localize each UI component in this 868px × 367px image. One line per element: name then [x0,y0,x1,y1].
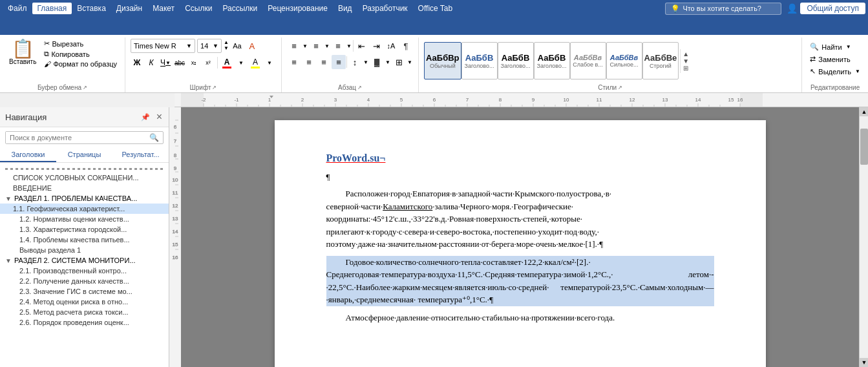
numbered-list-dropdown[interactable]: ▼ [324,39,330,53]
nav-tab-results[interactable]: Результат... [112,148,169,162]
style-strict[interactable]: АаБбВе Строгий [642,42,679,79]
copy-button[interactable]: ⧉ Копировать [41,49,120,59]
borders-dropdown[interactable]: ▼ [407,55,413,69]
shading-dropdown[interactable]: ▼ [385,55,391,69]
align-center-button[interactable]: ≡ [302,55,316,69]
styles-scroll-up[interactable]: ▲ [681,50,691,58]
menu-view[interactable]: Вид [333,3,357,14]
style-heading1[interactable]: АаБбВ Заголово... [461,42,498,79]
tree-item-section1[interactable]: ▼ РАЗДЕЛ 1. ПРОБЛЕМЫ КАЧЕСТВА... [0,193,169,204]
increase-indent-button[interactable]: ⇥ [369,39,383,53]
format-painter-button[interactable]: 🖌 Формат по образцу [41,59,120,68]
styles-scroll-down[interactable]: ▼ [681,58,691,65]
find-dropdown-icon[interactable]: ▼ [846,44,851,50]
tree-item-gis[interactable]: 2.3. Значение ГИС в системе мо... [0,286,169,297]
shading-button[interactable]: ▓ [370,55,384,69]
menu-file[interactable]: Файл [3,3,32,14]
tree-item-production[interactable]: 2.1. Производственный контро... [0,266,169,276]
scroll-track[interactable] [860,116,868,358]
subscript-button[interactable]: x₂ [187,56,200,69]
line-spacing-button[interactable]: ↕ [348,55,362,69]
decrease-indent-button[interactable]: ⇤ [354,39,368,53]
text-color-picker[interactable]: A [220,56,233,69]
tree-item-intro[interactable]: ВВЕДЕНИЕ [0,183,169,193]
clear-formatting-button[interactable]: A [246,39,259,52]
styles-expand-icon[interactable]: ↗ [618,85,622,90]
replace-button[interactable]: ⇄ Заменить [807,54,852,65]
style-heading3[interactable]: АаБбВ Заголово... [534,42,570,79]
select-dropdown-icon[interactable]: ▼ [855,68,860,74]
menu-references[interactable]: Ссылки [180,3,217,14]
tree-item-city[interactable]: 1.3. Характеристика городской... [0,224,169,235]
italic-button[interactable]: К [145,56,158,69]
tree-item-risk2[interactable]: 2.5. Метод расчета риска токси... [0,307,169,317]
vertical-scrollbar[interactable]: ▲ ▼ [859,107,868,367]
nav-search-input[interactable] [6,132,145,143]
bullet-list-dropdown[interactable]: ▼ [302,39,308,53]
menu-mailings[interactable]: Рассылки [217,3,262,14]
font-size-decrease[interactable]: ▼ [224,46,229,52]
align-right-button[interactable]: ≡ [317,55,331,69]
style-strong[interactable]: АаБбВв Сильное... [606,42,642,79]
change-case-button[interactable]: Аа [231,39,244,52]
font-expand-icon[interactable]: ↗ [212,85,217,90]
bullet-list-button[interactable]: ≡ [287,39,301,53]
cut-button[interactable]: ✂ Вырезать [41,39,120,48]
tree-item-section1-conclusions[interactable]: Выводы раздела 1 [0,245,169,255]
bold-button[interactable]: Ж [131,56,143,69]
align-justify-button[interactable]: ≡ [332,55,346,69]
help-search[interactable]: 💡 Что вы хотите сделать? [665,3,781,15]
scroll-down-button[interactable]: ▼ [860,358,868,367]
font-size-selector[interactable]: 14 ▼ [197,39,222,53]
highlight-dropdown[interactable]: ▼ [263,56,276,69]
line-spacing-dropdown[interactable]: ▼ [363,55,369,69]
text-color-dropdown[interactable]: ▼ [235,56,248,69]
menu-design[interactable]: Дизайн [111,3,147,14]
style-subtle[interactable]: АаБбВв Слабое в... [570,42,606,79]
tree-item-geo[interactable]: 1.1. Геофизическая характерист... [0,204,169,214]
sort-button[interactable]: ↕A [384,39,398,53]
underline-button[interactable]: Ч ▼ [159,56,172,69]
strikethrough-button[interactable]: abc [173,56,186,69]
underline-dropdown[interactable]: ▼ [165,60,171,66]
nav-tab-pages[interactable]: Страницы [56,148,112,162]
paragraph-expand-icon[interactable]: ↗ [357,85,362,90]
highlight-color-picker[interactable]: A [249,56,262,69]
tree-item-risk1[interactable]: 2.4. Метод оценки риска в отно... [0,297,169,307]
menu-office-tab[interactable]: Office Tab [413,3,458,14]
paste-button[interactable]: 📋 Вставить [5,39,40,67]
align-left-button[interactable]: ≡ [287,55,301,69]
menu-insert[interactable]: Вставка [72,3,111,14]
tree-item-abbreviations[interactable]: СПИСОК УСЛОВНЫХ СОКРАЩЕНИ... [0,173,169,183]
scroll-up-button[interactable]: ▲ [860,107,868,116]
tree-item-water-problems[interactable]: 1.4. Проблемы качества питьев... [0,235,169,245]
tree-item-data-quality[interactable]: 2.2. Получение данных качеств... [0,276,169,286]
nav-search-box[interactable]: 🔍 [5,131,164,144]
style-heading2[interactable]: АаБбВ Заголово... [498,42,534,79]
scroll-thumb[interactable] [860,129,868,165]
nav-pin-icon[interactable]: 📌 [141,113,150,121]
menu-review[interactable]: Рецензирование [262,3,333,14]
nav-tab-headings[interactable]: Заголовки [0,148,56,162]
clipboard-expand-icon[interactable]: ↗ [83,85,87,90]
font-name-selector[interactable]: Times New R ▼ [131,39,195,53]
menu-layout[interactable]: Макет [147,3,180,14]
select-button[interactable]: ↖ Выделить ▼ [807,66,863,77]
multilevel-list-button[interactable]: ≡ [331,39,345,53]
tree-item-assessment[interactable]: 2.6. Порядок проведения оценк... [0,317,169,328]
menu-developer[interactable]: Разработчик [357,3,413,14]
show-marks-button[interactable]: ¶ [399,39,413,53]
tree-item-norms[interactable]: 1.2. Нормативы оценки качеств... [0,214,169,224]
style-normal[interactable]: АаБбВр Обычный [424,42,461,79]
styles-expand[interactable]: ⊞ [681,65,691,72]
superscript-button[interactable]: x² [202,56,215,69]
nav-close-button[interactable]: × [155,111,164,123]
multilevel-list-dropdown[interactable]: ▼ [346,39,352,53]
borders-button[interactable]: ⊞ [392,55,406,69]
tree-item-section2[interactable]: ▼ РАЗДЕЛ 2. СИСТЕМА МОНИТОРИ... [0,255,169,266]
share-button[interactable]: Общий доступ [800,3,865,14]
menu-home[interactable]: Главная [32,3,72,14]
find-button[interactable]: 🔍 Найти ▼ [807,41,853,52]
numbered-list-button[interactable]: ≡ [309,39,323,53]
nav-search-button[interactable]: 🔍 [145,132,163,143]
